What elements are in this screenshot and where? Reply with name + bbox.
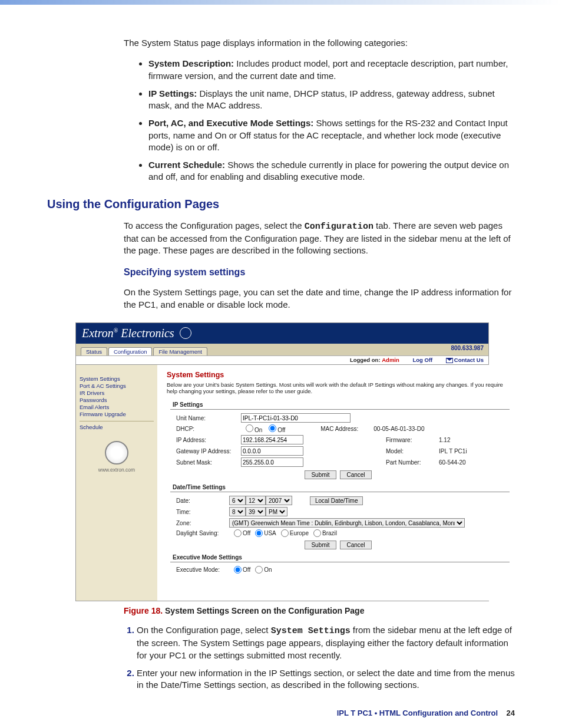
sidebar-system-settings[interactable]: System Settings — [80, 375, 154, 382]
unit-name-input[interactable] — [241, 413, 351, 423]
sidebar-firmware[interactable]: Firmware Upgrade — [80, 411, 154, 417]
bullet-label: Current Schedule: — [148, 160, 225, 170]
ds-brazil-radio[interactable] — [313, 529, 321, 537]
page-footer: IPL T PC1 • HTML Configuration and Contr… — [47, 709, 515, 717]
sidebar: System Settings Port & AC Settings IR Dr… — [76, 365, 157, 601]
brand-word2: Electronics — [121, 327, 174, 340]
sys-settings-paragraph: On the System Settings page, you can set… — [124, 286, 515, 311]
exec-mode-header: Executive Mode Settings — [170, 553, 510, 562]
step-item: On the Configuration page, select System… — [137, 624, 515, 661]
zone-select[interactable]: (GMT) Greenwich Mean Time : Dublin, Edin… — [229, 518, 465, 528]
bullet-item: IP Settings: Displays the unit name, DHC… — [148, 88, 515, 112]
tab-status[interactable]: Status — [81, 347, 107, 355]
page-content: The System Status page displays informat… — [0, 5, 562, 728]
exec-off-text: Off — [243, 566, 250, 573]
steps-list: On the Configuration page, select System… — [124, 624, 515, 691]
dhcp-on-radio[interactable] — [246, 424, 253, 432]
figure-number: Figure 18. — [124, 606, 163, 615]
time-min-select[interactable]: 39 — [246, 507, 266, 516]
part-value: 60-544-20 — [439, 459, 510, 466]
logged-on-user: Admin — [382, 357, 399, 363]
ds-europe-radio[interactable] — [281, 529, 289, 537]
exec-mode-label: Executive Mode: — [176, 566, 229, 573]
datetime-section-header: Date/Time Settings — [170, 483, 510, 492]
zone-label: Zone: — [176, 520, 229, 526]
sidebar-schedule[interactable]: Schedule — [80, 424, 154, 430]
dhcp-off-radio[interactable] — [269, 424, 276, 432]
ip-address-input[interactable] — [241, 435, 303, 444]
footer-doc-title: IPL T PC1 • HTML Configuration and Contr… — [337, 709, 498, 717]
step-item: Enter your new information in the IP Set… — [137, 667, 515, 691]
site-link[interactable]: www.extron.com — [98, 467, 135, 473]
ip-address-label: IP Address: — [176, 437, 241, 443]
bullet-label: System Description: — [148, 58, 234, 68]
exec-on-radio[interactable] — [255, 566, 263, 574]
ds-usa-text: USA — [264, 530, 276, 536]
panel-title: System Settings — [167, 371, 510, 379]
time-hour-select[interactable]: 8 — [229, 507, 246, 516]
time-label: Time: — [176, 509, 229, 515]
figure-caption: Figure 18. System Settings Screen on the… — [124, 606, 515, 615]
mac-label: MAC Address: — [320, 426, 373, 432]
tab-configuration[interactable]: Configuration — [108, 347, 153, 355]
heading-system-settings: Specifying system settings — [124, 267, 515, 278]
tabs-row: Status Configuration File Management 800… — [76, 344, 488, 356]
date-day-select[interactable]: 12 — [246, 496, 266, 505]
ip-cancel-button[interactable]: Cancel — [340, 470, 371, 479]
ds-europe-text: Europe — [290, 530, 309, 536]
s3-logo-icon — [105, 441, 128, 465]
dhcp-label: DHCP: — [176, 426, 241, 432]
gateway-input[interactable] — [241, 446, 303, 456]
sidebar-email-alerts[interactable]: Email Alerts — [80, 404, 154, 410]
phone-number: 800.633.987 — [451, 345, 484, 351]
date-month-select[interactable]: 6 — [229, 496, 246, 505]
exec-off-radio[interactable] — [234, 566, 242, 574]
dhcp-off-text: Off — [277, 427, 285, 433]
step1-pre: On the Configuration page, select — [137, 625, 271, 635]
contact-link[interactable]: Contact Us — [454, 357, 484, 363]
sidebar-passwords[interactable]: Passwords — [80, 397, 154, 403]
date-year-select[interactable]: 2007 — [266, 496, 292, 505]
sidebar-divider — [80, 421, 154, 421]
ip-submit-button[interactable]: Submit — [305, 470, 336, 479]
ds-off-radio[interactable] — [234, 529, 242, 537]
bullet-list: System Description: Includes product mod… — [135, 58, 515, 183]
ip-settings-header: IP Settings — [170, 400, 510, 410]
screenshot-body: System Settings Port & AC Settings IR Dr… — [76, 365, 488, 601]
model-label: Model: — [386, 448, 439, 454]
sidebar-ir-drivers[interactable]: IR Drivers — [80, 390, 154, 396]
system-settings-screenshot: Extron® Electronics Status Configuration… — [75, 322, 489, 601]
time-ampm-select[interactable]: PM — [266, 507, 287, 516]
page-top-border — [0, 0, 562, 5]
firmware-value: 1.12 — [439, 437, 510, 443]
bullet-item: System Description: Includes product mod… — [148, 58, 515, 82]
config-intro-mono: Configuration — [305, 222, 373, 232]
brand-word1: Extron — [82, 327, 114, 340]
date-label: Date: — [176, 498, 229, 504]
bullet-text: Displays the unit name, DHCP status, IP … — [148, 88, 495, 110]
local-datetime-button[interactable]: Local Date/Time — [310, 496, 363, 505]
logged-on-label: Logged on: — [350, 357, 381, 363]
tab-file-management[interactable]: File Management — [153, 347, 207, 355]
ds-off-text: Off — [243, 530, 250, 536]
subnet-label: Subnet Mask: — [176, 459, 241, 466]
mac-value: 00-05-A6-01-33-D0 — [373, 426, 444, 432]
intro-paragraph: The System Status page displays informat… — [124, 37, 515, 49]
figure-text: System Settings Screen on the Configurat… — [165, 606, 364, 615]
hand-logo-icon — [180, 327, 191, 339]
ds-brazil-text: Brazil — [322, 530, 337, 536]
ds-usa-radio[interactable] — [255, 529, 263, 537]
subnet-input[interactable] — [241, 457, 303, 467]
config-intro: To access the Configuration pages, selec… — [124, 220, 515, 257]
heading-configuration: Using the Configuration Pages — [47, 197, 515, 211]
dt-cancel-button[interactable]: Cancel — [340, 541, 371, 549]
logoff-link[interactable]: Log Off — [412, 357, 432, 363]
unit-name-label: Unit Name: — [176, 415, 241, 421]
dt-submit-button[interactable]: Submit — [305, 541, 336, 549]
step1-mono: System Settings — [271, 626, 351, 636]
bullet-item: Current Schedule: Shows the schedule cur… — [148, 159, 515, 183]
sidebar-port-ac[interactable]: Port & AC Settings — [80, 383, 154, 389]
mail-icon — [446, 358, 453, 363]
config-intro-pre: To access the Configuration pages, selec… — [124, 220, 305, 230]
login-row: Logged on: Admin Log Off Contact Us — [76, 356, 488, 365]
